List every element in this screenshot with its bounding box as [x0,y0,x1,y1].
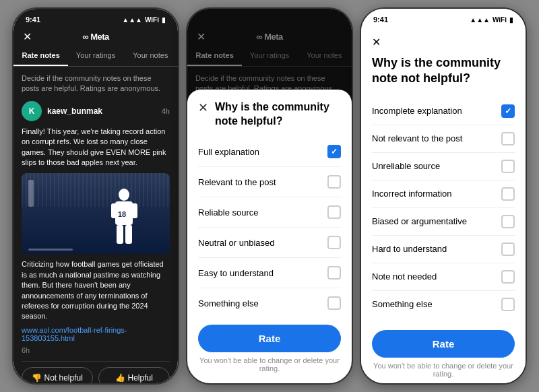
checkbox-2[interactable] [327,205,341,219]
option-label-4: Easy to understand [198,268,274,278]
modal-options: Full explanation Relevant to the post Re… [198,137,341,318]
checkbox-p3-2[interactable] [501,160,515,173]
phone-3: 9:41 ▲▲▲ WiFi ▮ ✕ Why is the community n… [360,7,527,385]
username-1: kaew_bunmak [47,106,102,116]
post-image-1: 18 [22,173,170,254]
time-ago-1: 4h [162,107,170,115]
option-not-relevant[interactable]: Not relevant to the post [372,125,515,153]
tab-your-ratings-1[interactable]: Your ratings [68,46,123,66]
not-helpful-btn[interactable]: 👎 Not helpful [22,367,93,383]
checkbox-4[interactable] [327,266,341,280]
svg-rect-5 [125,225,132,244]
checkbox-5[interactable] [327,296,341,310]
signal-icon-3: ▲▲▲ [470,16,490,24]
cant-change-2: You won't be able to change or delete yo… [198,356,341,372]
checkbox-p3-6[interactable] [501,270,515,284]
option-label-3: Neutral or unbiased [198,238,274,248]
option-label-p3-6: Note not needed [372,271,437,282]
option-something-else-3[interactable]: Something else [372,291,515,318]
phones-container: 9:41 ▲▲▲ WiFi ▮ ✕ ∞ Meta Rate notes Your… [5,1,534,391]
crowd-bg [22,173,170,207]
helpful-modal: ✕ Why is the community note helpful? Ful… [187,90,352,383]
battery-icon-1: ▮ [162,16,166,24]
option-label-1: Relevant to the post [198,177,276,187]
checkbox-p3-1[interactable] [501,132,515,145]
option-label-p3-7: Something else [372,299,433,309]
option-unreliable[interactable]: Unreliable source [372,153,515,181]
checkbox-0[interactable] [327,145,341,158]
option-something-else[interactable]: Something else [198,288,341,318]
tab-rate-notes-1[interactable]: Rate notes [13,46,68,66]
options-list-3: Incomplete explanation Not relevant to t… [372,98,515,318]
rate-button-3[interactable]: Rate [372,330,515,358]
phone-2: 9:41 ▲▲▲ WiFi ▮ ✕ ∞ Meta Rate notes Your… [186,7,353,385]
option-biased[interactable]: Biased or argumentative [372,208,515,236]
svg-rect-3 [129,203,137,218]
svg-text:18: 18 [118,210,126,218]
rate-button-2[interactable]: Rate [198,325,341,352]
status-icons-1: ▲▲▲ WiFi ▮ [122,16,166,24]
option-hard-understand[interactable]: Hard to understand [372,236,515,263]
helpful-btn[interactable]: 👍 Helpful [98,367,170,383]
wifi-icon-1: WiFi [145,16,159,24]
checkbox-3[interactable] [327,236,341,249]
wifi-icon-3: WiFi [493,16,507,24]
phone-1: 9:41 ▲▲▲ WiFi ▮ ✕ ∞ Meta Rate notes Your… [12,7,179,385]
option-incorrect[interactable]: Incorrect information [372,181,515,208]
statusbar-1: 9:41 ▲▲▲ WiFi ▮ [13,9,178,28]
option-label-p3-0: Incomplete explanation [372,106,462,116]
content-area-1: Decide if the community notes on these p… [13,67,178,383]
svg-rect-4 [117,225,123,244]
time-1: 9:41 [26,15,40,24]
signal-icon-1: ▲▲▲ [122,16,142,24]
option-reliable[interactable]: Reliable source [198,197,341,228]
option-neutral[interactable]: Neutral or unbiased [198,228,341,258]
checkbox-p3-4[interactable] [501,215,515,228]
option-label-p3-4: Biased or argumentative [372,216,467,226]
option-full-explanation[interactable]: Full explanation [198,137,341,167]
tabs-row-1: Rate notes Your ratings Your notes [13,46,178,67]
header-1: ✕ ∞ Meta [13,28,178,46]
modal-header: ✕ Why is the community note helpful? [198,100,341,129]
checkbox-p3-0[interactable] [501,104,515,118]
close-icon-3[interactable]: ✕ [372,36,515,48]
modal-title: Why is the community note helpful? [215,100,341,129]
meta-logo-1: ∞ Meta [82,32,109,42]
bottom-bar-3: Rate You won't be able to change or dele… [372,318,515,378]
checkbox-1[interactable] [327,175,341,189]
option-label-5: Something else [198,298,259,308]
modal-overlay: ✕ Why is the community note helpful? Ful… [187,9,352,383]
option-incomplete[interactable]: Incomplete explanation [372,98,515,125]
modal-close-icon[interactable]: ✕ [198,102,208,114]
option-easy[interactable]: Easy to understand [198,258,341,288]
status-icons-3: ▲▲▲ WiFi ▮ [470,16,513,24]
option-relevant[interactable]: Relevant to the post [198,167,341,197]
option-not-needed[interactable]: Note not needed [372,263,515,291]
field-lights [28,180,34,207]
post-text-1: Finally! This year, we're taking record … [22,127,170,168]
user-row-1: K kaew_bunmak 4h [22,101,170,121]
link-text-1[interactable]: www.aol.com/football-ref-firings-1538031… [22,326,170,342]
option-label-2: Reliable source [198,207,259,218]
checkbox-p3-5[interactable] [501,242,515,256]
phone3-content: ✕ Why is the community note not helpful?… [361,28,526,385]
option-label-p3-3: Incorrect information [372,189,452,199]
statusbar-3: 9:41 ▲▲▲ WiFi ▮ [361,9,526,28]
player-svg: 18 [106,187,143,254]
close-icon-1[interactable]: ✕ [23,30,32,43]
page-title-3: Why is the community note not helpful? [372,55,515,87]
action-row-1: 👎 Not helpful 👍 Helpful [22,361,170,383]
option-label-p3-1: Not relevant to the post [372,133,462,143]
post-desc-1: Criticizing how football games get offic… [22,259,170,321]
avatar-1: K [22,101,42,121]
svg-point-0 [119,189,129,201]
cant-change-3: You won't be able to change or delete yo… [372,362,515,378]
battery-icon-3: ▮ [509,16,513,24]
option-label-0: Full explanation [198,147,259,157]
timestamp-1: 6h [22,346,170,354]
time-3: 9:41 [373,15,388,24]
option-label-p3-5: Hard to understand [372,244,447,254]
checkbox-p3-3[interactable] [501,187,515,201]
checkbox-p3-7[interactable] [501,298,515,311]
tab-your-notes-1[interactable]: Your notes [123,46,178,66]
